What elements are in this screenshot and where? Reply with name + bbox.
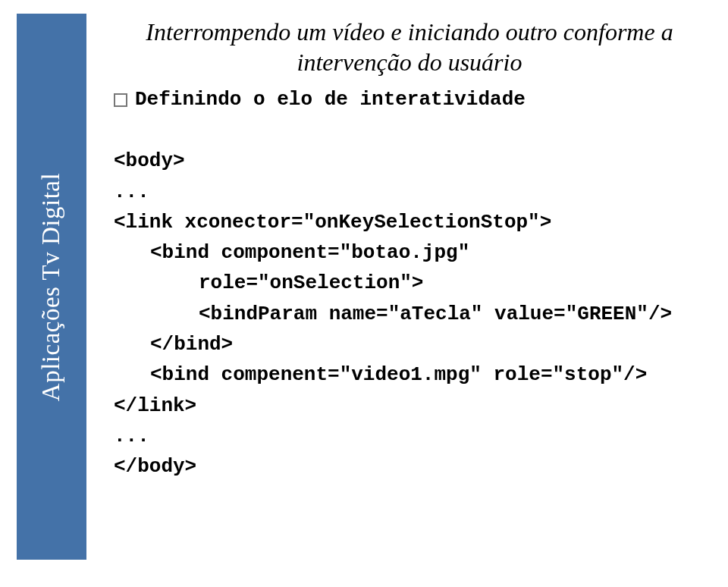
code-line: <bindParam name="aTecla" value="GREEN"/> [114,303,672,325]
code-line: ... [114,425,149,447]
title-line-2: intervenção do usuário [297,49,522,76]
code-line: role="onSelection"> [114,272,423,294]
bullet-square-icon [114,93,127,107]
code-line: <bind component="botao.jpg" [114,241,469,264]
main-content: Interrompendo um vídeo e iniciando outro… [114,17,705,513]
code-line: <body> [114,149,185,172]
sidebar: Aplicações Tv Digital [17,14,86,560]
bullet-item: Definindo o elo de interatividade [114,88,705,111]
code-line: ... [114,180,149,203]
code-line: </body> [114,455,196,478]
bullet-text: Definindo o elo de interatividade [135,88,526,111]
sidebar-title: Aplicações Tv Digital [38,172,66,400]
code-line: </link> [114,394,196,417]
code-block: <body> ... <link xconector="onKeySelecti… [114,115,705,513]
slide-title: Interrompendo um vídeo e iniciando outro… [114,17,705,77]
code-line: <link xconector="onKeySelectionStop"> [114,211,551,234]
code-line: <bind compenent="video1.mpg" role="stop"… [114,363,647,386]
code-line: </bind> [114,333,233,356]
title-line-1: Interrompendo um vídeo e iniciando outro… [146,18,673,46]
